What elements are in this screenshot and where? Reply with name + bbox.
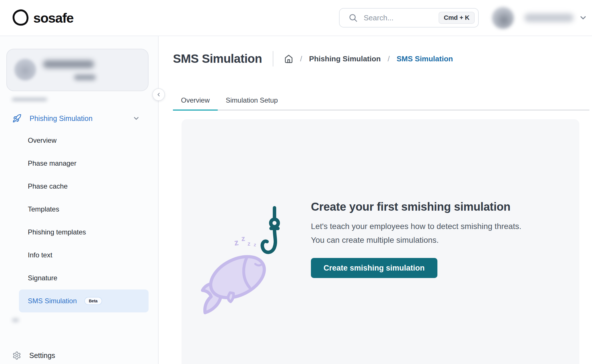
sidebar-item-label: Templates xyxy=(28,205,59,213)
empty-state-text: Create your first smishing simulation Le… xyxy=(311,200,521,278)
page-title: SMS Simulation xyxy=(173,52,262,66)
user-menu[interactable] xyxy=(492,7,587,29)
sosafe-logo-icon xyxy=(11,9,29,27)
breadcrumb: / Phishing Simulation / SMS Simulation xyxy=(284,54,453,63)
breadcrumb-separator: / xyxy=(300,54,302,63)
user-role-blurred xyxy=(74,75,96,80)
sidebar-item-info-text[interactable]: Info text xyxy=(19,244,149,267)
avatar[interactable] xyxy=(492,7,514,29)
description-line: You can create multiple simulations. xyxy=(311,233,521,247)
breadcrumb-current: SMS Simulation xyxy=(397,54,453,63)
tab-simulation-setup[interactable]: Simulation Setup xyxy=(218,96,286,111)
sidebar-item-label: Phishing templates xyxy=(28,228,86,236)
sidebar-item-label: SMS Simulation xyxy=(28,297,77,305)
sidebar: Phishing Simulation Overview Phase manag… xyxy=(0,36,159,364)
sidebar-item-phase-manager[interactable]: Phase manager xyxy=(19,152,149,175)
sidebar-user-card[interactable] xyxy=(6,49,149,91)
empty-state-description: Let's teach your employees how to detect… xyxy=(311,220,521,247)
rocket-icon xyxy=(12,114,22,123)
breadcrumb-parent-link[interactable]: Phishing Simulation xyxy=(309,54,381,63)
sidebar-item-phishing-templates[interactable]: Phishing templates xyxy=(19,221,149,244)
chevron-down-icon[interactable] xyxy=(579,13,587,22)
sidebar-collapse-button[interactable] xyxy=(152,88,165,101)
sidebar-nav: Overview Phase manager Phase cache Templ… xyxy=(0,129,158,312)
sidebar-item-signature[interactable]: Signature xyxy=(19,267,149,289)
tab-overview[interactable]: Overview xyxy=(173,96,218,111)
user-name-blurred xyxy=(524,13,574,22)
sidebar-item-sms-simulation[interactable]: SMS Simulation Beta xyxy=(19,289,149,312)
sidebar-item-label: Overview xyxy=(28,136,57,144)
sidebar-item-templates[interactable]: Templates xyxy=(19,198,149,221)
main-content: SMS Simulation / Phishing Simulation / S… xyxy=(159,36,592,364)
sosafe-logo[interactable]: sosafe xyxy=(11,9,73,27)
chevron-down-icon[interactable] xyxy=(133,115,140,122)
blurred-menu-item xyxy=(12,319,19,322)
sleeping-fish-hook-illustration: z z z z xyxy=(200,200,301,315)
svg-text:z: z xyxy=(248,240,250,247)
svg-text:z: z xyxy=(241,234,245,243)
settings-label: Settings xyxy=(29,351,55,360)
divider xyxy=(273,51,273,66)
breadcrumb-separator: / xyxy=(388,54,390,63)
sidebar-item-overview[interactable]: Overview xyxy=(19,129,149,152)
chevron-left-icon xyxy=(156,92,161,97)
sidebar-item-label: Phase manager xyxy=(28,159,76,167)
sidebar-section-label: Phishing Simulation xyxy=(30,114,93,123)
gear-icon xyxy=(12,351,21,360)
avatar xyxy=(14,59,36,81)
page-header-row: SMS Simulation / Phishing Simulation / S… xyxy=(173,51,589,66)
sidebar-item-label: Phase cache xyxy=(28,182,68,190)
home-icon[interactable] xyxy=(284,54,293,63)
create-smishing-simulation-button[interactable]: Create smishing simulation xyxy=(311,258,437,278)
logo-wordmark: sosafe xyxy=(33,10,73,26)
hook-icon xyxy=(262,208,278,252)
global-search-input[interactable]: Search... Cmd + K xyxy=(339,8,479,28)
sleep-zzz: z z z z xyxy=(233,234,256,248)
search-shortcut-badge: Cmd + K xyxy=(439,12,475,24)
tab-bar: Overview Simulation Setup xyxy=(173,96,589,111)
svg-text:z: z xyxy=(233,237,239,247)
sidebar-item-settings[interactable]: Settings xyxy=(12,351,55,360)
sidebar-item-phase-cache[interactable]: Phase cache xyxy=(19,175,149,198)
user-name-blurred xyxy=(43,60,94,68)
sidebar-item-label: Signature xyxy=(28,274,57,282)
search-placeholder: Search... xyxy=(364,13,439,22)
empty-state-heading: Create your first smishing simulation xyxy=(311,200,521,213)
description-line: Let's teach your employees how to detect… xyxy=(311,220,521,233)
svg-text:z: z xyxy=(254,242,256,248)
empty-state-card: z z z z Create your first smishing simul… xyxy=(182,119,579,364)
search-icon xyxy=(349,13,357,22)
sleeping-fish-icon xyxy=(202,248,271,313)
blurred-menu-item xyxy=(12,98,47,101)
top-header: sosafe Search... Cmd + K xyxy=(0,0,592,36)
sidebar-section-phishing-simulation[interactable]: Phishing Simulation xyxy=(0,112,158,125)
beta-badge: Beta xyxy=(84,297,102,305)
sidebar-item-label: Info text xyxy=(28,251,52,259)
